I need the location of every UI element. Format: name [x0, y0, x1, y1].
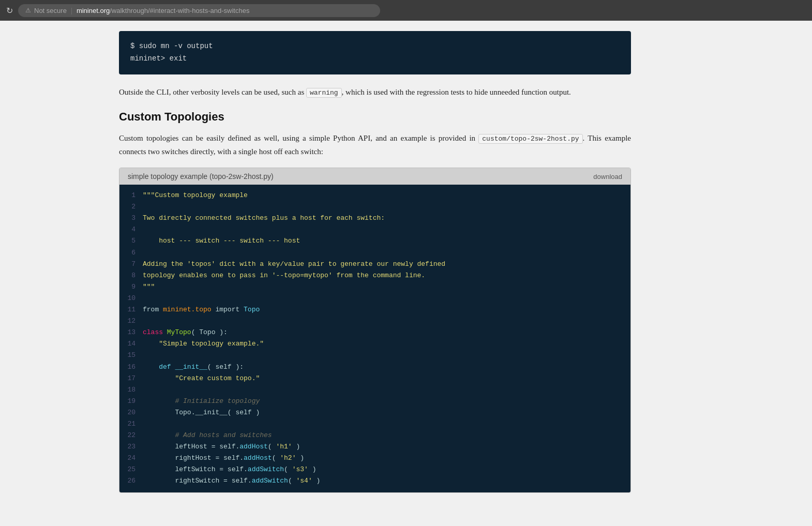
line-code — [143, 315, 630, 327]
line-number: 26 — [119, 475, 143, 487]
line-number: 17 — [119, 373, 143, 384]
line-number: 14 — [119, 338, 143, 350]
code-line: 9""" — [119, 281, 630, 293]
line-number: 2 — [119, 201, 143, 213]
line-code — [143, 384, 630, 396]
code-line: 23 leftHost = self.addHost( 'h1' ) — [119, 441, 630, 453]
browser-chrome: ↻ ⚠ Not secure | mininet.org/walkthrough… — [0, 0, 812, 21]
line-code: rightSwitch = self.addSwitch( 's4' ) — [143, 475, 630, 487]
line-code: Adding the 'topos' dict with a key/value… — [143, 259, 630, 270]
line-number: 10 — [119, 293, 143, 304]
line-code: "Create custom topo." — [143, 373, 630, 384]
line-code: Two directly connected switches plus a h… — [143, 213, 630, 224]
line-number: 24 — [119, 453, 143, 464]
terminal-block: $ sudo mn -v output mininet> exit — [119, 31, 631, 74]
right-sidebar — [652, 21, 714, 526]
terminal-line-1: $ sudo mn -v output — [130, 40, 620, 53]
line-code: """Custom topology example — [143, 190, 630, 201]
code-line: 22 # Add hosts and switches — [119, 430, 630, 441]
code-header: simple topology example (topo-2sw-2host.… — [119, 168, 630, 185]
refresh-icon[interactable]: ↻ — [6, 6, 13, 16]
code-line: 16 def __init__( self ): — [119, 362, 630, 373]
code-line: 4 — [119, 224, 630, 235]
line-code: "Simple topology example." — [143, 338, 630, 350]
code-line: 15 — [119, 350, 630, 361]
line-code: leftHost = self.addHost( 'h1' ) — [143, 441, 630, 453]
code-line: 21 — [119, 418, 630, 430]
page-wrapper: $ sudo mn -v output mininet> exit Outsid… — [0, 21, 812, 526]
content-area: $ sudo mn -v output mininet> exit Outsid… — [98, 21, 652, 526]
warning-code: warning — [306, 88, 342, 98]
code-line: 2 — [119, 201, 630, 213]
not-secure-label: Not secure — [34, 7, 67, 14]
code-line: 20 Topo.__init__( self ) — [119, 407, 630, 418]
address-bar[interactable]: ⚠ Not secure | mininet.org/walkthrough/#… — [18, 4, 380, 17]
line-number: 1 — [119, 190, 143, 201]
line-number: 25 — [119, 464, 143, 475]
line-code: from mininet.topo import Topo — [143, 304, 630, 315]
line-code — [143, 224, 630, 235]
line-number: 9 — [119, 281, 143, 293]
line-code: Topo.__init__( self ) — [143, 407, 630, 418]
line-code: # Initialize topology — [143, 396, 630, 407]
code-line: 5 host --- switch --- switch --- host — [119, 235, 630, 247]
line-number: 8 — [119, 270, 143, 281]
line-number: 11 — [119, 304, 143, 315]
code-line: 12 — [119, 315, 630, 327]
line-code — [143, 247, 630, 259]
code-line: 19 # Initialize topology — [119, 396, 630, 407]
line-number: 15 — [119, 350, 143, 361]
line-number: 22 — [119, 430, 143, 441]
line-code — [143, 350, 630, 361]
line-code: rightHost = self.addHost( 'h2' ) — [143, 453, 630, 464]
code-line: 10 — [119, 293, 630, 304]
code-line: 6 — [119, 247, 630, 259]
code-line: 13class MyTopo( Topo ): — [119, 327, 630, 338]
line-code: topology enables one to pass in '--topo=… — [143, 270, 630, 281]
code-line: 1"""Custom topology example — [119, 190, 630, 201]
line-number: 5 — [119, 235, 143, 247]
lock-icon: ⚠ — [25, 7, 31, 14]
line-number: 6 — [119, 247, 143, 259]
line-number: 13 — [119, 327, 143, 338]
line-number: 4 — [119, 224, 143, 235]
code-body: 1"""Custom topology example2 3Two direct… — [119, 185, 630, 492]
line-number: 7 — [119, 259, 143, 270]
line-code: def __init__( self ): — [143, 362, 630, 373]
code-line: 25 leftSwitch = self.addSwitch( 's3' ) — [119, 464, 630, 475]
line-code — [143, 201, 630, 213]
paragraph-text-before: Outside the CLI, other verbosity levels … — [119, 88, 306, 96]
line-code: leftSwitch = self.addSwitch( 's3' ) — [143, 464, 630, 475]
custom-topologies-heading: Custom Topologies — [119, 110, 631, 124]
code-line: 7Adding the 'topos' dict with a key/valu… — [119, 259, 630, 270]
code-line: 17 "Create custom topo." — [119, 373, 630, 384]
download-link[interactable]: download — [593, 173, 622, 181]
line-code: host --- switch --- switch --- host — [143, 235, 630, 247]
paragraph-custom-topo: Custom topologies can be easily defined … — [119, 132, 631, 158]
line-code: """ — [143, 281, 630, 293]
line-code: class MyTopo( Topo ): — [143, 327, 630, 338]
line-number: 18 — [119, 384, 143, 396]
url-separator: | — [71, 6, 72, 15]
line-number: 19 — [119, 396, 143, 407]
line-code — [143, 418, 630, 430]
topo-file-code: custom/topo-2sw-2host.py — [478, 134, 582, 144]
paragraph2-before: Custom topologies can be easily defined … — [119, 134, 478, 142]
code-line: 26 rightSwitch = self.addSwitch( 's4' ) — [119, 475, 630, 487]
terminal-line-2: mininet> exit — [130, 53, 620, 65]
code-line: 18 — [119, 384, 630, 396]
code-line: 3Two directly connected switches plus a … — [119, 213, 630, 224]
code-line: 24 rightHost = self.addHost( 'h2' ) — [119, 453, 630, 464]
code-line: 8topology enables one to pass in '--topo… — [119, 270, 630, 281]
code-container: simple topology example (topo-2sw-2host.… — [119, 168, 631, 492]
line-number: 21 — [119, 418, 143, 430]
code-header-label: simple topology example (topo-2sw-2host.… — [128, 172, 274, 181]
line-code: # Add hosts and switches — [143, 430, 630, 441]
line-number: 3 — [119, 213, 143, 224]
paragraph-text-after: , which is used with the regression test… — [342, 88, 571, 96]
paragraph-verbosity: Outside the CLI, other verbosity levels … — [119, 86, 631, 99]
line-number: 12 — [119, 315, 143, 327]
code-line: 14 "Simple topology example." — [119, 338, 630, 350]
url-display: mininet.org/walkthrough/#interact-with-h… — [77, 7, 250, 14]
code-line: 11from mininet.topo import Topo — [119, 304, 630, 315]
